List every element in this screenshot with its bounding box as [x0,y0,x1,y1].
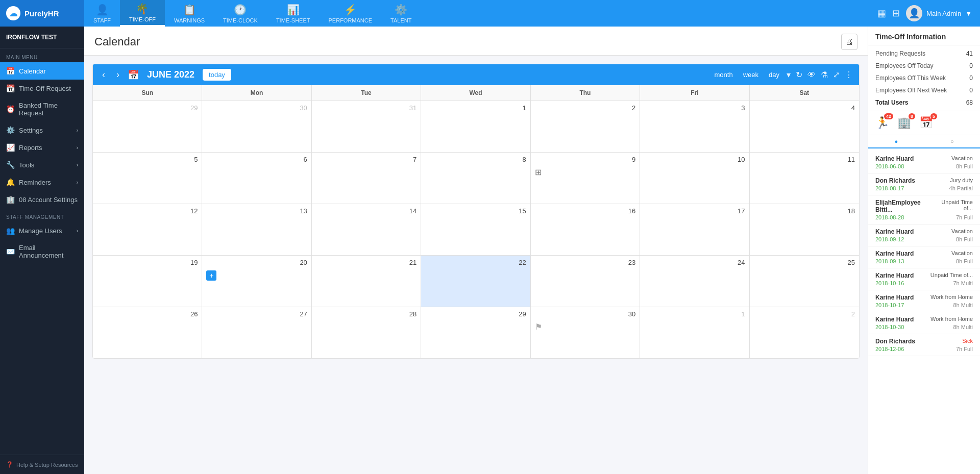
view-buttons: month week day [713,70,781,80]
user-menu[interactable]: 👤 Main Admin ▼ [906,5,972,21]
cal-cell[interactable]: 24 [640,256,749,307]
stat-off-next-week-value: 0 [969,87,973,94]
logo-area: ☁ PurelyHR [0,0,84,27]
cal-cell[interactable]: 20+ [202,256,311,307]
day-header-fri: Fri [640,85,749,101]
nav-item-warnings[interactable]: 📋 WARNINGS [165,0,214,27]
today-button[interactable]: today [203,69,231,81]
calendar-wrapper: ‹ › 📅 JUNE 2022 today month week day ▾ ↻… [92,64,860,359]
pending-requests-icon-badge[interactable]: 🏃 42 [875,116,889,130]
stat-off-next-week: Employees Off Next Week 0 [868,84,980,96]
cal-filter-icon[interactable]: ⚗ [821,70,828,80]
cal-cell[interactable]: 27 [202,307,311,358]
cal-cell[interactable]: 29 [93,101,202,152]
cal-cell[interactable]: 26 [93,307,202,358]
request-type: Unpaid Time of... [930,272,973,279]
cal-cell[interactable]: 1 [421,101,530,152]
layout-icon[interactable]: ⊞ [892,8,900,19]
nav-item-talent[interactable]: ⚙️ TALENT [381,0,421,27]
cal-cell[interactable]: 4 [750,101,859,152]
cal-cell[interactable]: 8 [421,153,530,204]
sidebar-item-reports[interactable]: 📈 Reports › [0,139,84,156]
cal-cell[interactable]: 25 [750,256,859,307]
toolbar-icons: ▾ ↻ 👁 ⚗ ⤢ ⋮ [787,70,853,80]
cal-cell[interactable]: 21 [312,256,421,307]
cal-eye-icon[interactable]: 👁 [807,70,816,80]
right-panel-stats: Pending Requests 41 Employees Off Today … [868,45,980,111]
cal-cell[interactable]: 1 [640,307,749,358]
cal-cell[interactable]: 30 [202,101,311,152]
nav-item-staff[interactable]: 👤 STAFF [84,0,120,27]
building-badge: 8 [909,113,915,119]
day-header-thu: Thu [531,85,640,101]
cal-cell[interactable]: 16 [531,204,640,255]
banked-time-icon: ⏰ [6,105,15,113]
nav-item-time-clock[interactable]: 🕐 TIME-CLOCK [214,0,267,27]
stat-pending-requests: Pending Requests 41 [868,47,980,60]
cal-cell[interactable]: 18 [750,204,859,255]
request-hours: 4h Partial [949,185,973,191]
cal-cell[interactable]: 2 [531,101,640,152]
warnings-icon: 📋 [183,4,196,16]
user-name: Main Admin [926,10,961,17]
sidebar-item-reminders[interactable]: 🔔 Reminders › [0,173,84,191]
list-item: Karine Huard Unpaid Time of... 2018-10-1… [868,268,980,290]
nav-item-performance[interactable]: ⚡ PERFORMANCE [320,0,382,27]
cal-cell-selected[interactable]: 22 [421,256,530,307]
sidebar-item-time-off-request[interactable]: 📆 Time-Off Request [0,80,84,97]
cal-cell[interactable]: 31 [312,101,421,152]
nav-items: 👤 STAFF 🌴 TIME-OFF 📋 WARNINGS 🕐 TIME-CLO… [84,0,877,27]
manage-users-icon: 👥 [6,227,15,235]
sidebar-label-calendar: Calendar [19,67,46,75]
list-item: Don Richards Sick 2018-12-06 7h Full [868,334,980,356]
sidebar-label-settings: Settings [19,127,43,134]
building-icon-badge[interactable]: 🏢 8 [897,116,911,130]
sidebar-item-manage-users[interactable]: 👥 Manage Users › [0,222,84,239]
tab-inactive[interactable]: ○ [924,135,981,147]
cal-cell[interactable]: 11 [750,153,859,204]
prev-month-button[interactable]: ‹ [99,68,108,81]
week-view-button[interactable]: week [741,70,761,80]
cal-cell[interactable]: 5 [93,153,202,204]
day-view-button[interactable]: day [767,70,781,80]
print-button[interactable]: 🖨 [841,34,857,50]
calendar-icon-badge[interactable]: 📅 5 [919,116,933,130]
sidebar-item-email-announcement[interactable]: ✉️ Email Announcement [0,239,84,264]
sidebar-label-reminders: Reminders [19,179,51,186]
cal-cell[interactable]: 6 [202,153,311,204]
cal-cell[interactable]: 7 [312,153,421,204]
cal-expand-icon[interactable]: ⤢ [833,70,840,80]
next-month-button[interactable]: › [113,68,122,81]
sidebar-item-banked-time[interactable]: ⏰ Banked Time Request [0,97,84,121]
request-hours: 8h Multi [953,302,973,308]
cal-dropdown-icon[interactable]: ▾ [787,70,791,80]
sidebar-item-settings[interactable]: ⚙️ Settings › [0,121,84,139]
tab-active[interactable]: ● [868,135,924,148]
cal-cell[interactable]: 23 [531,256,640,307]
cal-cell[interactable]: 15 [421,204,530,255]
cal-cell[interactable]: 30⚑ [531,307,640,358]
add-event-button[interactable]: + [206,270,216,281]
grid-icon[interactable]: ▦ [877,8,886,19]
cal-cell[interactable]: 28 [312,307,421,358]
cal-cell[interactable]: 3 [640,101,749,152]
cal-cell[interactable]: 19 [93,256,202,307]
cal-cell[interactable]: 12 [93,204,202,255]
cal-cell[interactable]: 2 [750,307,859,358]
cal-cell[interactable]: 29 [421,307,530,358]
sidebar-item-account-settings[interactable]: 🏢 08 Account Settings [0,191,84,208]
nav-item-time-sheet[interactable]: 📊 TIME-SHEET [267,0,320,27]
cal-refresh-icon[interactable]: ↻ [796,70,802,80]
sidebar-footer[interactable]: ❓ Help & Setup Resources [0,455,84,474]
sidebar-label-tools: Tools [19,161,34,169]
cal-cell[interactable]: 17 [640,204,749,255]
cal-cell[interactable]: 14 [312,204,421,255]
sidebar-item-tools[interactable]: 🔧 Tools › [0,156,84,173]
cal-cell[interactable]: 10 [640,153,749,204]
nav-item-time-off[interactable]: 🌴 TIME-OFF [120,0,165,27]
sidebar-item-calendar[interactable]: 📅 Calendar [0,62,84,80]
cal-cell[interactable]: 9⊞ [531,153,640,204]
cal-cell[interactable]: 13 [202,204,311,255]
month-view-button[interactable]: month [713,70,735,80]
cal-more-icon[interactable]: ⋮ [845,70,853,80]
